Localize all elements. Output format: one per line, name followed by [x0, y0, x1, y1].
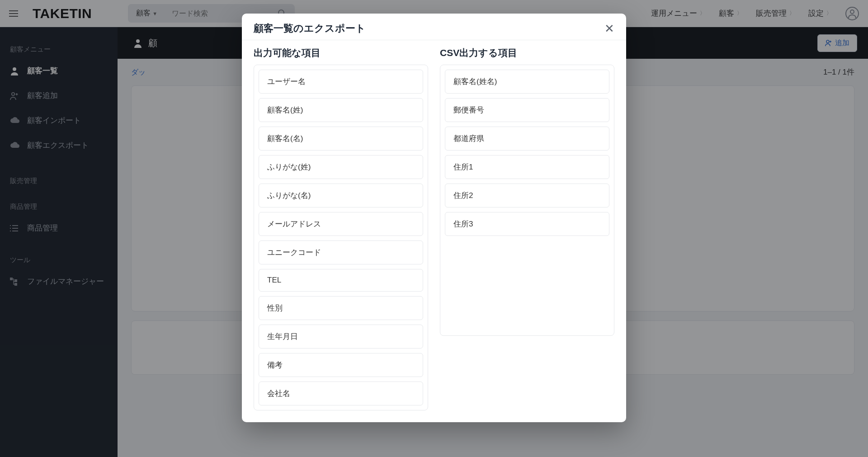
available-field-item[interactable]: 備考: [259, 353, 423, 377]
available-field-item[interactable]: TEL: [259, 269, 423, 292]
available-column: 出力可能な項目 ユーザー名顧客名(姓)顧客名(名)ふりがな(姓)ふりがな(名)メ…: [254, 47, 428, 410]
export-modal: 顧客一覧のエクスポート ✕ 出力可能な項目 ユーザー名顧客名(姓)顧客名(名)ふ…: [242, 14, 626, 422]
modal-overlay[interactable]: 顧客一覧のエクスポート ✕ 出力可能な項目 ユーザー名顧客名(姓)顧客名(名)ふ…: [0, 0, 868, 457]
available-field-item[interactable]: ユニークコード: [259, 240, 423, 264]
modal-title: 顧客一覧のエクスポート: [254, 22, 366, 35]
available-field-item[interactable]: 性別: [259, 296, 423, 320]
modal-body: 出力可能な項目 ユーザー名顧客名(姓)顧客名(名)ふりがな(姓)ふりがな(名)メ…: [242, 40, 626, 422]
available-field-item[interactable]: 顧客名(姓): [259, 98, 423, 122]
available-field-item[interactable]: ふりがな(姓): [259, 155, 423, 179]
selected-field-item[interactable]: 郵便番号: [445, 98, 609, 122]
selected-field-item[interactable]: 住所1: [445, 155, 609, 179]
modal-header: 顧客一覧のエクスポート ✕: [242, 14, 626, 40]
selected-field-item[interactable]: 都道府県: [445, 127, 609, 151]
selected-column: CSV出力する項目 顧客名(姓名)郵便番号都道府県住所1住所2住所3: [440, 47, 614, 410]
available-field-item[interactable]: ふりがな(名): [259, 184, 423, 207]
selected-field-item[interactable]: 住所2: [445, 184, 609, 207]
available-field-item[interactable]: 顧客名(名): [259, 127, 423, 151]
selected-listbox: 顧客名(姓名)郵便番号都道府県住所1住所2住所3: [440, 65, 614, 336]
close-icon[interactable]: ✕: [604, 23, 614, 34]
available-field-item[interactable]: 会社名: [259, 382, 423, 405]
selected-title: CSV出力する項目: [440, 47, 614, 59]
selected-field-item[interactable]: 住所3: [445, 212, 609, 236]
available-title: 出力可能な項目: [254, 47, 428, 59]
available-field-item[interactable]: 生年月日: [259, 325, 423, 349]
available-listbox: ユーザー名顧客名(姓)顧客名(名)ふりがな(姓)ふりがな(名)メールアドレスユニ…: [254, 65, 428, 410]
available-field-item[interactable]: メールアドレス: [259, 212, 423, 236]
selected-field-item[interactable]: 顧客名(姓名): [445, 70, 609, 94]
available-field-item[interactable]: ユーザー名: [259, 70, 423, 94]
